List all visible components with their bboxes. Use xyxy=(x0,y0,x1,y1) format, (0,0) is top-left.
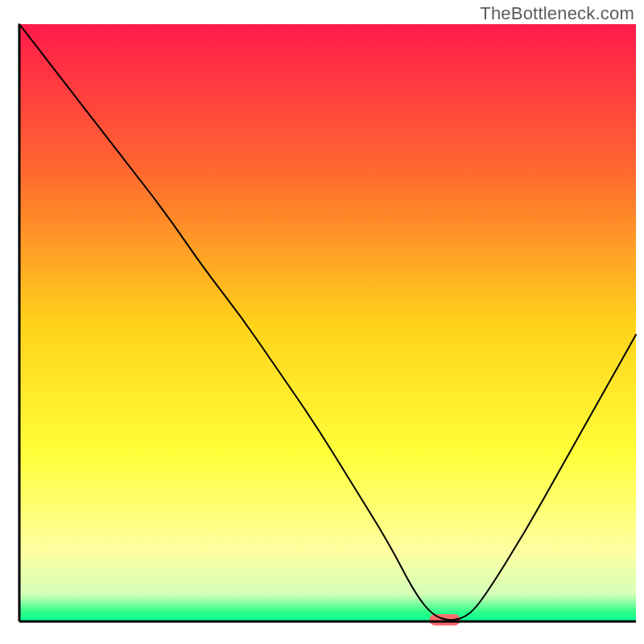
watermark-label: TheBottleneck.com xyxy=(480,3,634,24)
bottleneck-chart: TheBottleneck.com xyxy=(0,0,644,644)
plot-background xyxy=(19,24,636,621)
chart-svg xyxy=(0,0,644,644)
